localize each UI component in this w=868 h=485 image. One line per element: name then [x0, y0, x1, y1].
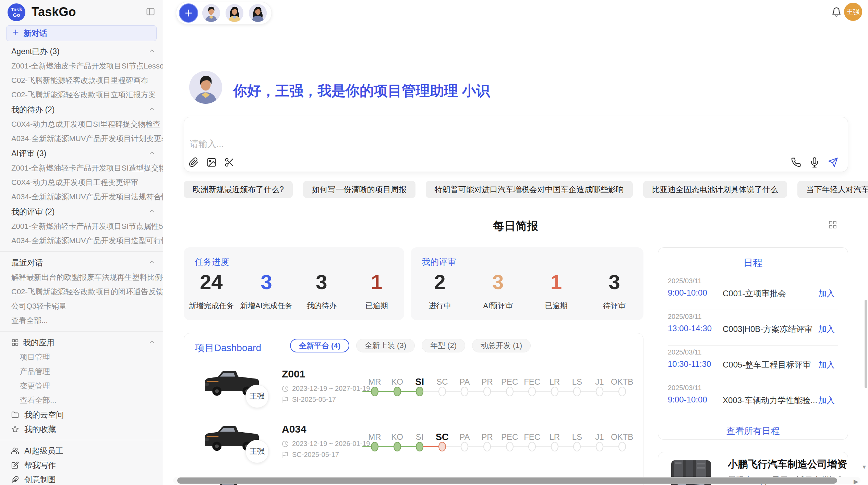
new-chat-button[interactable]: 新对话 — [6, 25, 157, 41]
sidebar-section-header[interactable]: 最近对话 — [0, 255, 163, 270]
milestone-dot[interactable] — [461, 387, 468, 396]
milestone-dot[interactable] — [461, 442, 468, 451]
sidebar-item[interactable]: C02-飞腾新能源轻客改款项目里程碑画布 — [0, 73, 163, 88]
join-link[interactable]: 加入 — [818, 288, 835, 299]
suggestion-chip[interactable]: 比亚迪全固态电池计划具体说了什么 — [643, 181, 787, 198]
sidebar-item[interactable]: A034-全新新能源MUV产品开发项目造型可行性评审 — [0, 234, 163, 248]
chevron-up-icon[interactable] — [148, 207, 155, 216]
phone-icon[interactable] — [791, 157, 801, 167]
conversation-avatar[interactable] — [249, 4, 267, 22]
sidebar-tool-item[interactable]: AI超级员工 — [0, 444, 163, 458]
sidebar-item[interactable]: 查看全部... — [0, 313, 163, 328]
image-icon[interactable] — [206, 157, 217, 167]
milestone-dot[interactable] — [438, 387, 446, 396]
milestone-dot[interactable] — [551, 387, 558, 396]
sidebar-tool-item[interactable]: 创意制图 — [0, 472, 163, 485]
sidebar-item[interactable]: 公司Q3轻卡销量 — [0, 299, 163, 313]
conversation-avatar[interactable] — [226, 4, 243, 22]
paperclip-icon[interactable] — [189, 157, 199, 167]
scroll-right-arrow-icon[interactable]: ▶ — [854, 478, 858, 485]
notification-bell-icon[interactable] — [831, 7, 842, 17]
milestone-dot[interactable] — [528, 442, 536, 451]
milestone-dot[interactable] — [371, 442, 378, 451]
feather-icon — [11, 476, 19, 483]
chevron-up-icon[interactable] — [148, 258, 155, 268]
chevron-up-icon[interactable] — [148, 338, 155, 347]
sidebar-app-item[interactable]: 产品管理 — [0, 364, 163, 379]
vertical-scrollbar-thumb[interactable] — [865, 300, 867, 388]
sidebar-section-header[interactable]: 我的评审 (2) — [0, 204, 163, 219]
sidebar-item[interactable]: 解释最新出台的欧盟报废车法规再生塑料比例被调至15%... — [0, 270, 163, 285]
sidebar-item[interactable]: Z001-全新燃油轻卡产品开发项目SI节点属性5D文件评审 — [0, 219, 163, 234]
milestone-dot[interactable] — [528, 387, 536, 396]
milestone-dot[interactable] — [596, 387, 603, 396]
sidebar-app-item[interactable]: 查看全部... — [0, 393, 163, 408]
sidebar-item[interactable]: Z001-全新燃油皮卡产品开发项目SI节点Lesson Learn报告 — [0, 59, 163, 73]
stat-label: 新增完成任务 — [184, 301, 239, 311]
join-link[interactable]: 加入 — [818, 359, 835, 370]
milestone-dot[interactable] — [596, 442, 603, 451]
add-conversation-button[interactable] — [179, 3, 198, 23]
sidebar-section-header[interactable]: 我的待办 (2) — [0, 102, 163, 117]
dashboard-tab[interactable]: 全新上装 (3) — [356, 339, 415, 352]
sidebar-item[interactable]: A034-全新新能源MUV产品开发项目法规符合性评审 — [0, 190, 163, 204]
sidebar-app-item[interactable]: 变更管理 — [0, 379, 163, 393]
suggestion-chip[interactable]: 特朗普可能对进口汽车增税会对中国车企造成哪些影响 — [426, 181, 633, 198]
chevron-up-icon[interactable] — [148, 105, 155, 114]
milestone-dot[interactable] — [394, 387, 401, 396]
sidebar-item[interactable]: A034-全新新能源MUV产品开发项目计划变更表编写 — [0, 132, 163, 146]
dashboard-tab[interactable]: 全新平台 (4) — [290, 339, 349, 352]
suggestion-chip[interactable]: 欧洲新规最近颁布了什么? — [184, 181, 293, 198]
scissors-icon[interactable] — [224, 157, 234, 167]
horizontal-scrollbar-track[interactable] — [173, 477, 860, 484]
milestone-dot[interactable] — [618, 442, 626, 451]
conversation-avatar[interactable] — [202, 4, 220, 22]
milestone-dot[interactable] — [416, 387, 423, 396]
join-link[interactable]: 加入 — [818, 395, 835, 406]
sidebar-item[interactable]: Z001-全新燃油轻卡产品开发项目SI造型提交物评审 — [0, 161, 163, 175]
milestone-dot[interactable] — [483, 387, 491, 396]
schedule-item: 2025/03/1113:00-14:30C003|H0B-方案冻结评审加入 — [658, 310, 848, 346]
milestone-dot[interactable] — [618, 387, 626, 396]
user-avatar[interactable]: 王强 — [844, 3, 862, 21]
sidebar-item[interactable]: C02-飞腾新能源轻客改款项目立项汇报方案 — [0, 88, 163, 102]
sidebar-section-header[interactable]: Agent已办 (3) — [0, 44, 163, 59]
view-all-schedule-link[interactable]: 查看所有日程 — [658, 425, 848, 437]
sidebar-item-star[interactable]: 我的收藏 — [0, 422, 163, 436]
milestone-dot[interactable] — [573, 442, 581, 451]
milestone-dot[interactable] — [394, 442, 401, 451]
horizontal-scrollbar-thumb[interactable] — [177, 477, 837, 484]
sidebar-section-text: Agent已办 (3) — [11, 46, 60, 57]
milestone-dot[interactable] — [438, 442, 446, 451]
dashboard-tab[interactable]: 动总开发 (1) — [472, 339, 531, 352]
milestone-dot[interactable] — [551, 442, 558, 451]
sidebar-tool-item[interactable]: 帮我写作 — [0, 458, 163, 472]
join-link[interactable]: 加入 — [818, 324, 835, 335]
milestone-dot[interactable] — [371, 387, 378, 396]
milestone-dot[interactable] — [506, 442, 514, 451]
milestone-dot[interactable] — [506, 387, 514, 396]
sidebar-section-header[interactable]: 我的应用 — [0, 335, 163, 350]
suggestion-chip[interactable]: 如何写一份清晰的项目周报 — [303, 181, 415, 198]
dashboard-tab[interactable]: 年型 (2) — [422, 339, 465, 352]
milestone-dot[interactable] — [573, 387, 581, 396]
milestone-label: LR — [549, 432, 560, 443]
suggestion-chip[interactable]: 当下年轻人对汽车外观有怎样的喜好趋势 — [797, 181, 868, 198]
sidebar-item[interactable]: C0X4-动力总成开发项目工程变更评审 — [0, 175, 163, 190]
layout-grid-icon[interactable] — [828, 220, 837, 229]
sidebar-item[interactable]: C0X4-动力总成开发项目SI里程碑提交物检查 — [0, 117, 163, 132]
milestone-dot[interactable] — [483, 442, 491, 451]
send-icon[interactable] — [828, 157, 838, 167]
sidebar-item-folder[interactable]: 我的云空间 — [0, 408, 163, 422]
suggestion-chips: 欧洲新规最近颁布了什么?如何写一份清晰的项目周报特朗普可能对进口汽车增税会对中国… — [184, 181, 848, 198]
sidebar-item[interactable]: C02-飞腾新能源轻客改款项目的闭环通告反馈情况 — [0, 285, 163, 299]
milestone-dot[interactable] — [416, 442, 423, 451]
scroll-down-arrow-icon[interactable]: ▼ — [861, 464, 867, 470]
sidebar-section-header[interactable]: AI评审 (3) — [0, 146, 163, 161]
sidebar-app-item[interactable]: 项目管理 — [0, 350, 163, 364]
chat-input[interactable] — [189, 138, 773, 150]
chevron-up-icon[interactable] — [148, 149, 155, 158]
sidebar-collapse-icon[interactable] — [146, 7, 155, 16]
mic-icon[interactable] — [809, 157, 820, 167]
chevron-up-icon[interactable] — [148, 47, 155, 56]
